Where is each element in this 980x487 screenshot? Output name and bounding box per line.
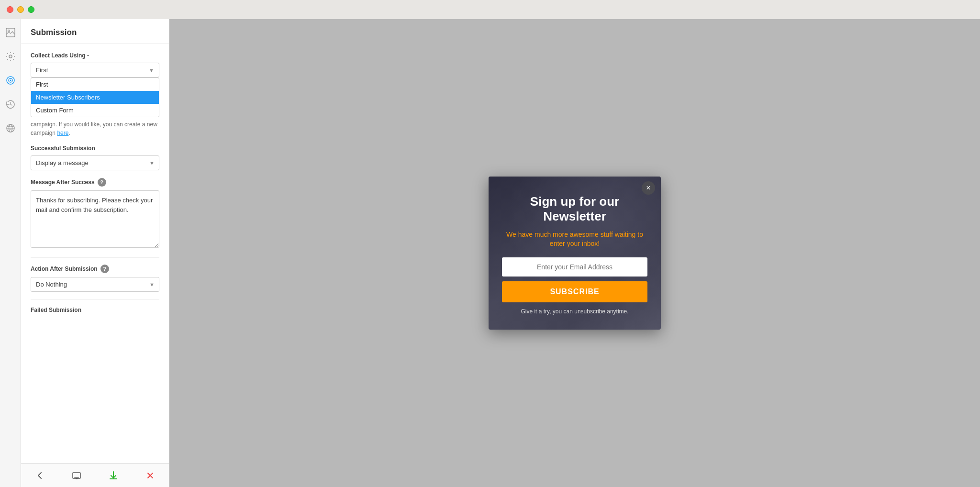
modal-title: Sign up for our Newsletter	[502, 194, 647, 224]
preview-area: × Sign up for our Newsletter We have muc…	[169, 19, 980, 487]
collect-leads-select-wrapper: First ▼	[31, 63, 159, 77]
titlebar	[0, 0, 980, 19]
svg-rect-10	[76, 478, 78, 479]
dropdown-option-newsletter[interactable]: Newsletter Subscribers	[31, 91, 159, 104]
message-after-success-help[interactable]: ?	[98, 178, 106, 187]
action-after-submission-label: Action After Submission	[31, 266, 98, 272]
collect-leads-label: Collect Leads Using -	[31, 52, 159, 59]
campaign-link[interactable]: here	[57, 130, 68, 136]
close-window-button[interactable]	[7, 6, 13, 13]
icon-sidebar	[0, 19, 21, 487]
collect-leads-select[interactable]: First ▼	[31, 63, 159, 77]
divider-1	[31, 257, 159, 258]
svg-point-1	[8, 30, 10, 32]
action-after-submission-select[interactable]: Do Nothing	[31, 277, 159, 292]
target-icon[interactable]	[4, 74, 17, 87]
preview-button[interactable]	[71, 470, 82, 481]
newsletter-modal: × Sign up for our Newsletter We have muc…	[489, 177, 661, 330]
svg-point-5	[10, 80, 11, 81]
successful-submission-label: Successful Submission	[31, 145, 159, 152]
modal-subtitle: We have much more awesome stuff waiting …	[502, 230, 647, 249]
history-icon[interactable]	[4, 98, 17, 111]
campaign-info-text: campaign. If you would like, you can cre…	[31, 120, 159, 137]
minimize-window-button[interactable]	[17, 6, 24, 13]
panel-footer	[21, 463, 169, 487]
image-icon[interactable]	[4, 26, 17, 39]
action-after-submission-select-wrapper: Do Nothing ▼	[31, 277, 159, 292]
successful-submission-select[interactable]: Display a message	[31, 155, 159, 170]
successful-submission-select-wrapper: Display a message ▼	[31, 155, 159, 170]
modal-close-button[interactable]: ×	[642, 181, 655, 195]
action-after-submission-row: Action After Submission ?	[31, 265, 159, 273]
collect-leads-dropdown: First Newsletter Subscribers Custom Form	[31, 77, 159, 117]
svg-point-2	[9, 55, 12, 58]
modal-footer-text: Give it a try, you can unsubscribe anyti…	[521, 308, 628, 315]
modal-email-input[interactable]	[502, 257, 647, 277]
svg-rect-9	[74, 477, 79, 478]
collect-leads-dropdown-container: First ▼ First Newsletter Subscribers Cus…	[31, 63, 159, 117]
dropdown-option-first[interactable]: First	[31, 78, 159, 91]
message-after-success-textarea[interactable]: Thanks for subscribing. Please check you…	[31, 190, 159, 248]
settings-panel: Submission Collect Leads Using - First ▼…	[21, 19, 169, 487]
message-after-success-row: Message After Success ?	[31, 178, 159, 187]
maximize-window-button[interactable]	[28, 6, 34, 13]
main-layout: Submission Collect Leads Using - First ▼…	[0, 19, 980, 487]
settings-icon[interactable]	[4, 50, 17, 63]
dropdown-option-custom-form[interactable]: Custom Form	[31, 104, 159, 117]
collect-leads-chevron: ▼	[149, 67, 154, 73]
close-button[interactable]	[145, 470, 156, 481]
globe-icon[interactable]	[4, 122, 17, 135]
panel-body: Collect Leads Using - First ▼ First News…	[21, 44, 169, 463]
modal-subscribe-button[interactable]: SUBSCRIBE	[502, 281, 647, 302]
divider-2	[31, 299, 159, 300]
action-after-submission-help[interactable]: ?	[100, 265, 109, 273]
panel-title: Submission	[21, 19, 169, 44]
failed-submission-label: Failed Submission	[31, 307, 159, 313]
message-after-success-label: Message After Success	[31, 179, 95, 186]
modal-background: × Sign up for our Newsletter We have muc…	[489, 177, 661, 330]
download-button[interactable]	[108, 470, 119, 481]
back-button[interactable]	[34, 470, 45, 481]
